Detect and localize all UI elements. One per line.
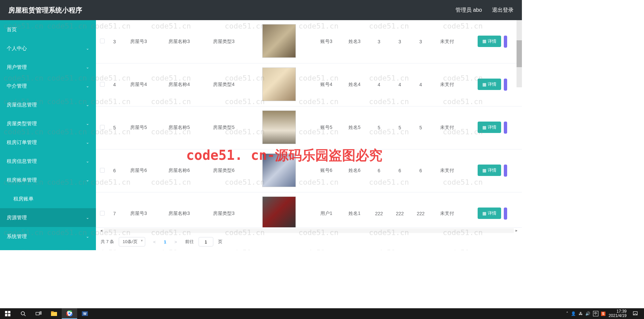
sidebar-item-6[interactable]: 租房订单管理⌄ [0,133,96,152]
table-scroll[interactable]: 3房屋号3房屋名称3房屋类型3账号3姓名3333未支付▦ 详情4房屋号4房屋名称… [96,20,522,227]
chevron-down-icon: ⌄ [86,65,89,70]
table-cell: ▦ 详情 [463,20,522,63]
table-cell: 姓名6 [340,149,369,192]
detail-button[interactable]: ▦ 详情 [478,208,501,219]
table-cell: 6 [389,149,410,192]
row-checkbox[interactable] [100,82,105,87]
sidebar-item-4[interactable]: 房屋信息管理⌄ [0,95,96,114]
table-cell: 房屋号3 [120,192,157,227]
detail-button[interactable]: ▦ 详情 [478,36,501,47]
table-cell: 6 [410,149,431,192]
app-title: 房屋租赁管理系统小程序 [8,6,82,15]
chevron-down-icon: ⌄ [86,215,89,220]
detail-icon: ▦ [482,211,486,216]
vertical-scrollbar[interactable] [517,20,522,87]
table-cell: 5 [109,106,120,149]
sidebar-item-5[interactable]: 房屋类型管理⌄ [0,114,96,133]
table-cell: 房屋名称5 [157,106,201,149]
table-cell [246,63,312,106]
table-cell: 3 [410,20,431,63]
scroll-left-icon[interactable]: ◄ [99,228,104,233]
sidebar-item-2[interactable]: 用户管理⌄ [0,58,96,77]
table-cell [246,106,312,149]
sidebar-item-0[interactable]: 首页 [0,20,96,39]
sidebar-item-label: 租房账单 [13,196,34,202]
scroll-right-icon[interactable]: ► [514,228,519,233]
total-count: 共 7 条 [101,239,114,245]
detail-button[interactable]: ▦ 详情 [478,122,501,133]
sidebar-item-1[interactable]: 个人中心⌄ [0,39,96,58]
sidebar-item-7[interactable]: 租房信息管理⌄ [0,152,96,171]
detail-button[interactable]: ▦ 详情 [478,165,501,176]
sidebar-item-label: 房源管理 [7,215,27,221]
table-cell [96,106,109,149]
row-checkbox[interactable] [100,39,105,43]
horizontal-scrollbar[interactable]: ◄ ► [96,227,522,233]
table-cell: 3 [109,20,120,63]
table-cell: 房屋号3 [120,20,157,63]
chevron-down-icon: ⌄ [86,140,89,145]
sidebar-item-label: 中介管理 [7,83,27,89]
sidebar-item-9[interactable]: 租房账单 [0,189,96,208]
goto-page-input[interactable] [199,237,213,246]
table-cell: ▦ 详情 [463,63,522,106]
row-checkbox[interactable] [100,211,105,216]
room-image [262,153,296,187]
table-cell: 房屋名称6 [157,149,201,192]
table-cell: ▦ 详情 [463,192,522,227]
table-cell: 未支付 [431,63,463,106]
page-suffix: 页 [218,239,222,245]
detail-button[interactable]: ▦ 详情 [478,79,501,90]
chevron-down-icon: ⌄ [86,121,89,126]
edit-button[interactable] [504,208,507,220]
sidebar-item-label: 租房账单管理 [7,177,37,183]
edit-button[interactable] [504,36,507,48]
data-table: 3房屋号3房屋名称3房屋类型3账号3姓名3333未支付▦ 详情4房屋号4房屋名称… [96,20,522,227]
table-cell: 账号6 [312,149,340,192]
table-cell [246,192,312,227]
table-cell: 房屋类型3 [202,20,246,63]
table-cell: 222 [369,192,389,227]
table-cell: 姓名4 [340,63,369,106]
next-page-button[interactable]: > [171,237,180,246]
table-cell: 房屋号4 [120,63,157,106]
edit-button[interactable] [504,122,507,134]
logout-link[interactable]: 退出登录 [492,7,514,14]
sidebar-item-label: 系统管理 [7,233,27,240]
page-size-select[interactable]: 10条/页 [119,237,145,246]
sidebar-item-label: 用户管理 [7,64,27,71]
chevron-down-icon: ⌄ [86,84,89,88]
table-cell: 房屋名称3 [157,20,201,63]
edit-button[interactable] [504,165,507,177]
table-cell [246,20,312,63]
row-checkbox[interactable] [100,168,105,173]
main-content: 3房屋号3房屋名称3房屋类型3账号3姓名3333未支付▦ 详情4房屋号4房屋名称… [96,20,522,250]
table-row: 4房屋号4房屋名称4房屋类型4账号4姓名4444未支付▦ 详情 [96,63,522,106]
scroll-track[interactable] [104,228,514,233]
table-cell: 用户1 [312,192,340,227]
sidebar-item-11[interactable]: 系统管理⌄ [0,227,96,246]
prev-page-button[interactable]: < [150,237,159,246]
table-cell: 未支付 [431,106,463,149]
edit-button[interactable] [504,79,507,91]
table-cell: 姓名1 [340,192,369,227]
page-number-current[interactable]: 1 [164,239,166,244]
detail-icon: ▦ [482,82,486,87]
sidebar-item-10[interactable]: 房源管理⌄ [0,208,96,227]
chevron-down-icon: ⌄ [86,234,89,239]
sidebar-item-label: 房屋类型管理 [7,121,37,127]
sidebar: 首页个人中心⌄用户管理⌄中介管理⌄房屋信息管理⌄房屋类型管理⌄租房订单管理⌄租房… [0,20,96,250]
table-row: 6房屋号6房屋名称6房屋类型6账号6姓名6666未支付▦ 详情 [96,149,522,192]
table-cell: 4 [369,63,389,106]
sidebar-item-label: 个人中心 [7,45,27,52]
sidebar-item-3[interactable]: 中介管理⌄ [0,77,96,95]
table-cell: 7 [109,192,120,227]
room-image [262,196,296,228]
detail-icon: ▦ [482,39,486,44]
admin-name[interactable]: 管理员 abo [455,7,482,14]
sidebar-item-8[interactable]: 租房账单管理⌄ [0,171,96,189]
table-cell: 6 [369,149,389,192]
row-checkbox[interactable] [100,125,105,130]
table-cell: 房屋类型4 [202,63,246,106]
table-cell [96,63,109,106]
